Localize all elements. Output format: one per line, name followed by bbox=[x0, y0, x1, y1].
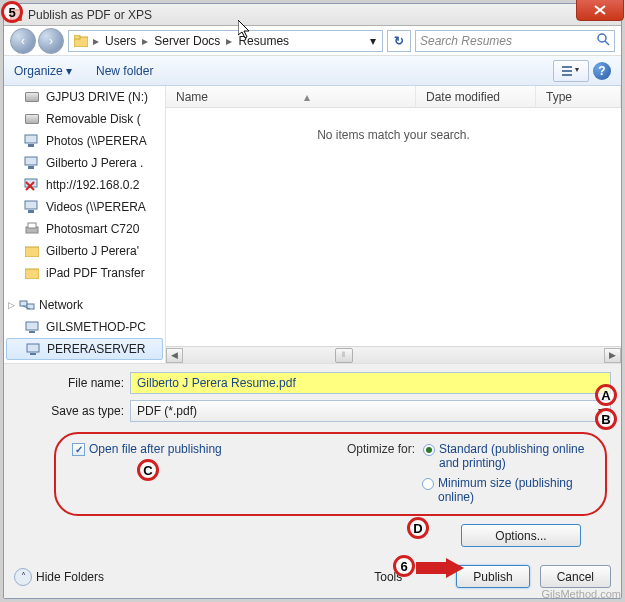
breadcrumb-bar[interactable]: ▸ Users ▸ Server Docs ▸ Resumes ▾ bbox=[68, 30, 383, 52]
tree-item[interactable]: Photosmart C720 bbox=[4, 218, 165, 240]
svg-rect-12 bbox=[28, 166, 34, 169]
printer-icon bbox=[24, 221, 40, 237]
tree-item[interactable]: Removable Disk ( bbox=[4, 108, 165, 130]
svg-rect-3 bbox=[74, 35, 80, 39]
scroll-right-button[interactable]: ▶ bbox=[604, 348, 621, 363]
chevron-down-icon[interactable]: ▾ bbox=[366, 34, 380, 48]
svg-rect-15 bbox=[28, 210, 34, 213]
organize-menu[interactable]: Organize ▾ bbox=[14, 64, 72, 78]
filename-label: File name: bbox=[14, 376, 124, 390]
svg-marker-27 bbox=[416, 558, 464, 578]
svg-rect-8 bbox=[562, 74, 572, 76]
svg-rect-19 bbox=[25, 269, 39, 279]
refresh-button[interactable]: ↻ bbox=[387, 30, 411, 52]
search-icon bbox=[596, 32, 610, 49]
svg-rect-11 bbox=[25, 157, 37, 165]
svg-rect-23 bbox=[26, 322, 38, 330]
checkbox-icon: ✓ bbox=[72, 443, 85, 456]
folder-icon bbox=[24, 265, 40, 281]
chevron-right-icon: ▸ bbox=[140, 34, 150, 48]
horizontal-scrollbar[interactable]: ◀ ⫴ ▶ bbox=[166, 346, 621, 363]
close-button[interactable] bbox=[576, 0, 624, 21]
breadcrumb-segment[interactable]: Server Docs bbox=[150, 34, 224, 48]
computer-icon bbox=[24, 319, 40, 335]
svg-rect-10 bbox=[28, 144, 34, 147]
column-date[interactable]: Date modified bbox=[416, 86, 536, 107]
drive-icon bbox=[24, 89, 40, 105]
new-folder-button[interactable]: New folder bbox=[96, 64, 153, 78]
search-input[interactable]: Search Resumes bbox=[415, 30, 615, 52]
chevron-up-icon: ˄ bbox=[14, 568, 32, 586]
tree-item[interactable]: Gilberto J Perera . bbox=[4, 152, 165, 174]
expand-icon[interactable]: ▷ bbox=[8, 300, 15, 310]
tree-item[interactable]: iPad PDF Transfer bbox=[4, 262, 165, 284]
svg-rect-24 bbox=[29, 331, 35, 333]
network-drive-icon bbox=[24, 155, 40, 171]
svg-rect-6 bbox=[562, 66, 572, 68]
optimize-label: Optimize for: bbox=[347, 442, 415, 456]
form-panel: File name: Save as type: PDF (*.pdf)▾ ✓ … bbox=[4, 363, 621, 598]
forward-button[interactable]: › bbox=[38, 28, 64, 54]
column-type[interactable]: Type bbox=[536, 86, 621, 107]
breadcrumb-segment[interactable]: Users bbox=[101, 34, 140, 48]
tree-item-selected[interactable]: PERERASERVER bbox=[6, 338, 163, 360]
scroll-thumb[interactable]: ⫴ bbox=[335, 348, 353, 363]
annotation-marker-B: B bbox=[595, 408, 617, 430]
tree-item[interactable]: Photos (\\PERERA bbox=[4, 130, 165, 152]
network-icon bbox=[19, 297, 35, 313]
svg-rect-7 bbox=[562, 70, 572, 72]
annotation-arrow bbox=[416, 558, 464, 578]
network-drive-icon bbox=[24, 199, 40, 215]
savetype-dropdown[interactable]: PDF (*.pdf)▾ bbox=[130, 400, 611, 422]
help-button[interactable]: ? bbox=[593, 62, 611, 80]
svg-rect-26 bbox=[30, 353, 36, 355]
nav-row: ‹ › ▸ Users ▸ Server Docs ▸ Resumes ▾ ↻ … bbox=[4, 26, 621, 56]
svg-rect-14 bbox=[25, 201, 37, 209]
annotation-marker-A: A bbox=[595, 384, 617, 406]
tree-item[interactable]: http://192.168.0.2 bbox=[4, 174, 165, 196]
column-headers: Name▴ Date modified Type bbox=[166, 86, 621, 108]
tree-group-network[interactable]: ▷ Network bbox=[4, 294, 165, 316]
folder-icon bbox=[73, 33, 89, 49]
empty-message: No items match your search. bbox=[166, 108, 621, 346]
titlebar: Publish as PDF or XPS bbox=[4, 4, 621, 26]
file-list-panel: Name▴ Date modified Type No items match … bbox=[166, 86, 621, 363]
svg-line-5 bbox=[605, 41, 609, 45]
filename-input[interactable] bbox=[130, 372, 611, 394]
dialog-window: Publish as PDF or XPS ‹ › ▸ Users ▸ Serv… bbox=[3, 3, 622, 599]
breadcrumb-segment[interactable]: Resumes bbox=[234, 34, 293, 48]
tree-item[interactable]: GJPU3 DRIVE (N:) bbox=[4, 86, 165, 108]
radio-minimum[interactable] bbox=[422, 478, 434, 490]
svg-rect-20 bbox=[20, 301, 27, 306]
tree-item[interactable]: GILSMETHOD-PC bbox=[4, 316, 165, 338]
refresh-icon: ↻ bbox=[394, 34, 404, 48]
radio-standard[interactable] bbox=[423, 444, 435, 456]
annotation-marker-D: D bbox=[407, 517, 429, 539]
back-button[interactable]: ‹ bbox=[10, 28, 36, 54]
chevron-right-icon: ▸ bbox=[224, 34, 234, 48]
radio-minimum-label: Minimum size (publishing online) bbox=[438, 476, 588, 504]
publish-button[interactable]: Publish bbox=[456, 565, 529, 588]
search-placeholder: Search Resumes bbox=[420, 34, 512, 48]
options-button[interactable]: Options... bbox=[461, 524, 581, 547]
tree-item[interactable]: Videos (\\PERERA bbox=[4, 196, 165, 218]
watermark: GilsMethod.com bbox=[542, 588, 621, 600]
savetype-label: Save as type: bbox=[14, 404, 124, 418]
cancel-button[interactable]: Cancel bbox=[540, 565, 611, 588]
chevron-right-icon: ▸ bbox=[91, 34, 101, 48]
scroll-left-button[interactable]: ◀ bbox=[166, 348, 183, 363]
view-mode-button[interactable] bbox=[553, 60, 589, 82]
column-name[interactable]: Name▴ bbox=[166, 86, 416, 107]
annotation-marker-5: 5 bbox=[1, 1, 23, 23]
tree-item[interactable]: Gilberto J Perera' bbox=[4, 240, 165, 262]
annotation-marker-6: 6 bbox=[393, 555, 415, 577]
sidebar-tree: GJPU3 DRIVE (N:) Removable Disk ( Photos… bbox=[4, 86, 166, 363]
svg-rect-25 bbox=[27, 344, 39, 352]
svg-rect-9 bbox=[25, 135, 37, 143]
window-title: Publish as PDF or XPS bbox=[28, 8, 152, 22]
hide-folders-button[interactable]: ˄ Hide Folders bbox=[14, 568, 104, 586]
annotation-marker-C: C bbox=[137, 459, 159, 481]
svg-rect-18 bbox=[25, 247, 39, 257]
radio-standard-label: Standard (publishing online and printing… bbox=[439, 442, 589, 470]
broken-network-icon bbox=[24, 177, 40, 193]
